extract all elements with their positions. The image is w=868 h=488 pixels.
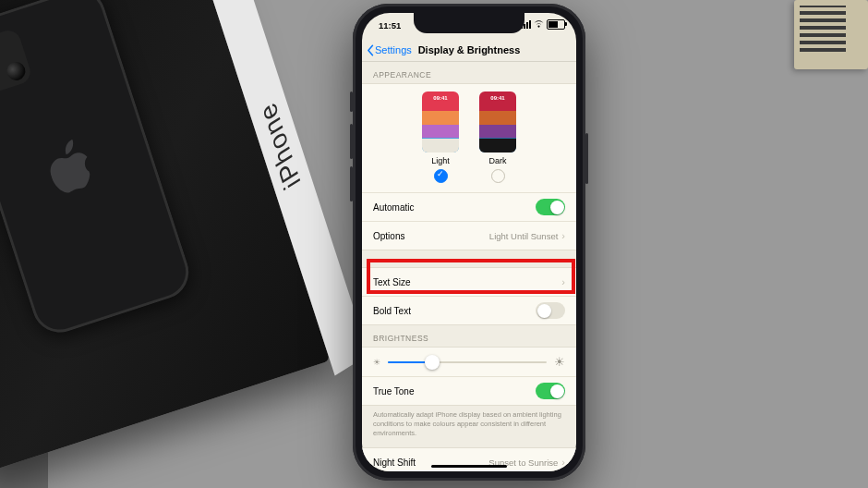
automatic-toggle[interactable] xyxy=(536,199,565,215)
status-time: 11:51 xyxy=(379,20,401,30)
bold-text-label: Bold Text xyxy=(373,306,411,316)
light-label: Light xyxy=(431,156,450,165)
background-prop xyxy=(794,0,868,69)
brightness-header: BRIGHTNESS xyxy=(362,325,576,347)
chevron-right-icon: › xyxy=(561,276,565,287)
chevron-left-icon xyxy=(367,44,375,56)
box-phone-print xyxy=(0,0,196,340)
nav-bar: Settings Display & Brightness xyxy=(362,39,576,62)
photo-scene: iPhone 11:51 Settings Display xyxy=(0,0,868,488)
light-thumbnail: 09:41 xyxy=(422,92,459,152)
chevron-right-icon: › xyxy=(561,457,565,468)
options-value: Light Until Sunset xyxy=(489,231,558,241)
wifi-icon xyxy=(534,20,544,29)
dark-thumbnail: 09:41 xyxy=(479,92,516,152)
night-shift-label: Night Shift xyxy=(373,458,416,468)
appearance-header: APPEARANCE xyxy=(362,62,576,83)
automatic-label: Automatic xyxy=(373,202,414,213)
automatic-row[interactable]: Automatic xyxy=(362,192,576,221)
bold-text-row[interactable]: Bold Text xyxy=(362,296,576,324)
sun-large-icon: ☀ xyxy=(554,355,565,369)
apple-logo-icon xyxy=(42,136,99,198)
home-indicator[interactable] xyxy=(431,465,507,468)
battery-icon xyxy=(547,19,565,30)
true-tone-toggle[interactable] xyxy=(536,383,565,399)
iphone-box: iPhone xyxy=(0,0,330,476)
true-tone-footnote: Automatically adapt iPhone display based… xyxy=(362,406,576,447)
settings-content[interactable]: APPEARANCE 09:41 Light 09:41 Dark xyxy=(362,62,576,471)
true-tone-label: True Tone xyxy=(373,386,414,396)
brightness-slider[interactable] xyxy=(388,361,547,363)
true-tone-row[interactable]: True Tone xyxy=(362,376,576,405)
options-label: Options xyxy=(373,231,404,241)
sun-small-icon: ☀ xyxy=(373,358,380,367)
screen: 11:51 Settings Display & Brightness APPE… xyxy=(362,13,576,471)
dark-radio[interactable] xyxy=(491,169,505,183)
bold-text-toggle[interactable] xyxy=(536,302,565,319)
brightness-slider-row[interactable]: ☀ ☀ xyxy=(362,348,576,376)
dark-label: Dark xyxy=(488,156,506,165)
chevron-right-icon: › xyxy=(561,230,565,241)
light-radio[interactable] xyxy=(434,169,448,183)
box-side-label: iPhone xyxy=(192,0,368,376)
appearance-dark-option[interactable]: 09:41 Dark xyxy=(479,92,516,183)
appearance-light-option[interactable]: 09:41 Light xyxy=(422,92,459,183)
night-shift-row[interactable]: Night Shift Sunset to Sunrise› xyxy=(362,448,576,471)
text-size-row[interactable]: Text Size › xyxy=(362,268,576,296)
back-label: Settings xyxy=(375,44,412,55)
page-title: Display & Brightness xyxy=(418,44,521,55)
iphone-device: 11:51 Settings Display & Brightness APPE… xyxy=(353,4,585,481)
text-size-label: Text Size xyxy=(373,277,411,287)
options-row[interactable]: Options Light Until Sunset› xyxy=(362,221,576,250)
notch xyxy=(414,13,524,33)
back-button[interactable]: Settings xyxy=(362,44,412,56)
